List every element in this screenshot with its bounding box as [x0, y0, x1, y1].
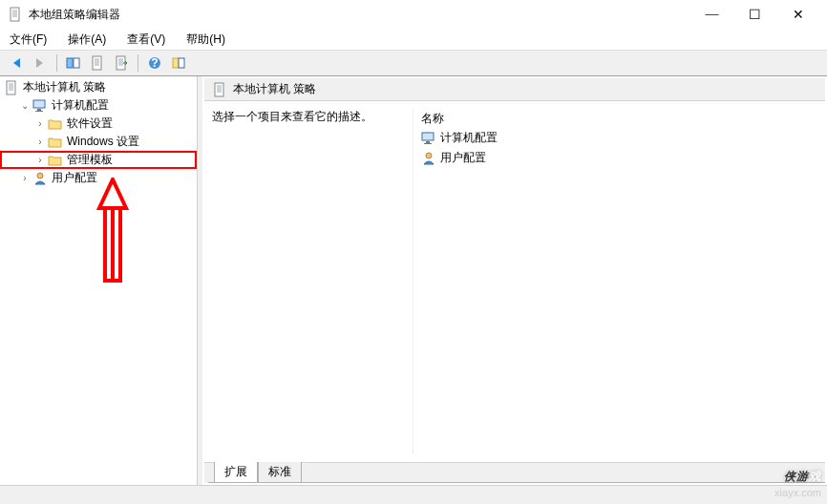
- menu-view[interactable]: 查看(V): [123, 30, 169, 50]
- export-button[interactable]: [111, 52, 132, 74]
- tree-label: 计算机配置: [52, 97, 109, 114]
- svg-rect-9: [67, 58, 73, 68]
- content-title: 本地计算机 策略: [233, 81, 316, 97]
- separator: [138, 54, 138, 72]
- folder-icon: [48, 135, 63, 150]
- description-pane: 选择一个项目来查看它的描述。: [212, 109, 413, 454]
- tree-user-config[interactable]: › 用户配置: [0, 169, 197, 187]
- tree-root[interactable]: 本地计算机 策略: [0, 78, 197, 96]
- folder-icon: [48, 116, 63, 132]
- svg-rect-15: [105, 208, 120, 281]
- computer-icon: [32, 98, 48, 114]
- user-icon: [421, 151, 436, 166]
- properties-button[interactable]: [87, 52, 108, 74]
- user-icon: [32, 171, 48, 186]
- expand-icon[interactable]: ›: [19, 173, 31, 184]
- hint-text: 选择一个项目来查看它的描述。: [212, 109, 413, 125]
- folder-icon: [48, 153, 63, 168]
- filter-button[interactable]: [168, 52, 189, 74]
- svg-text:?: ?: [151, 56, 158, 70]
- help-button[interactable]: ?: [144, 52, 165, 74]
- separator: [56, 54, 57, 72]
- tree-label: 管理模板: [67, 152, 113, 168]
- menubar: 文件(F) 操作(A) 查看(V) 帮助(H): [0, 29, 827, 50]
- list-item-computer-config[interactable]: 计算机配置: [414, 128, 817, 148]
- collapse-icon[interactable]: ⌄: [19, 100, 31, 112]
- close-button[interactable]: ✕: [776, 1, 819, 28]
- tree-label: 软件设置: [67, 116, 113, 132]
- back-button[interactable]: [6, 52, 27, 74]
- menu-action[interactable]: 操作(A): [64, 30, 110, 50]
- tree-label: 用户配置: [52, 170, 97, 186]
- svg-rect-14: [179, 58, 184, 68]
- list-item-label: 用户配置: [440, 150, 486, 166]
- show-hide-tree-button[interactable]: [63, 52, 84, 74]
- window-title: 本地组策略编辑器: [29, 7, 690, 23]
- toolbar: ?: [0, 50, 827, 76]
- expand-icon[interactable]: ›: [34, 155, 46, 166]
- app-icon: [8, 7, 23, 22]
- maximize-button[interactable]: ☐: [733, 1, 776, 28]
- tree-label: Windows 设置: [67, 134, 139, 150]
- svg-rect-10: [74, 58, 79, 68]
- computer-icon: [421, 131, 436, 146]
- expand-icon[interactable]: ›: [34, 118, 46, 130]
- list-item-user-config[interactable]: 用户配置: [414, 148, 817, 168]
- tree-admin-templates[interactable]: › 管理模板: [0, 151, 197, 169]
- menu-help[interactable]: 帮助(H): [182, 30, 229, 50]
- tree-label: 本地计算机 策略: [23, 79, 106, 95]
- policy-icon: [212, 82, 227, 97]
- content-pane: 本地计算机 策略 选择一个项目来查看它的描述。 名称 计算机配置 用户配置 扩展: [202, 76, 827, 485]
- minimize-button[interactable]: —: [690, 1, 733, 28]
- content-tabs: 扩展 标准: [204, 462, 825, 483]
- tree-windows-settings[interactable]: › Windows 设置: [0, 133, 197, 151]
- tab-standard[interactable]: 标准: [258, 462, 302, 483]
- forward-button[interactable]: [30, 52, 51, 74]
- content-header: 本地计算机 策略: [204, 78, 825, 101]
- annotation-arrow: [94, 178, 132, 283]
- tree-computer-config[interactable]: ⌄ 计算机配置: [0, 96, 197, 115]
- policy-icon: [4, 80, 19, 95]
- svg-rect-13: [173, 58, 179, 68]
- titlebar: 本地组策略编辑器 — ☐ ✕: [0, 0, 827, 29]
- column-header-name[interactable]: 名称: [414, 109, 817, 128]
- menu-file[interactable]: 文件(F): [6, 30, 51, 50]
- list-item-label: 计算机配置: [440, 130, 498, 146]
- tree-pane: 本地计算机 策略 ⌄ 计算机配置 › 软件设置 › Windows 设置 › 管…: [0, 76, 198, 485]
- tab-extended[interactable]: 扩展: [214, 462, 258, 483]
- tree-software-settings[interactable]: › 软件设置: [0, 115, 197, 133]
- list-pane: 名称 计算机配置 用户配置: [413, 109, 817, 454]
- statusbar: [0, 485, 827, 504]
- expand-icon[interactable]: ›: [34, 136, 46, 148]
